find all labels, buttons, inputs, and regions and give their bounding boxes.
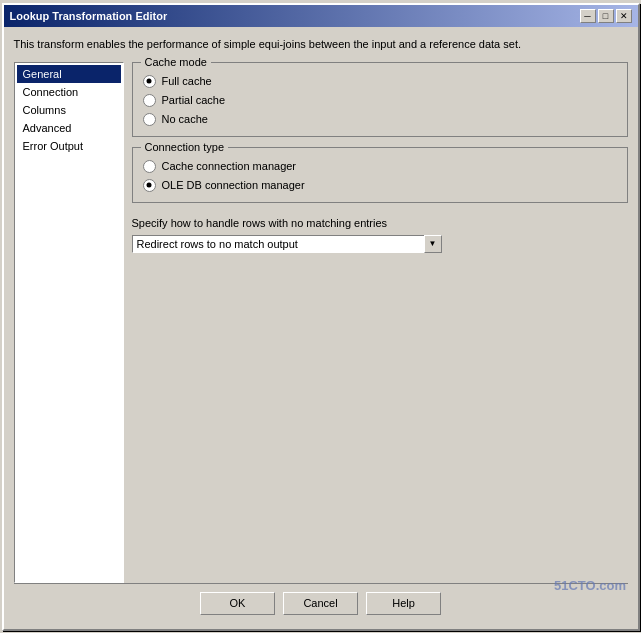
- cache-connection-label: Cache connection manager: [162, 160, 297, 172]
- no-cache-label: No cache: [162, 113, 208, 125]
- partial-cache-radio[interactable]: [143, 94, 156, 107]
- window-content: This transform enables the performance o…: [4, 27, 638, 629]
- ok-button[interactable]: OK: [200, 592, 275, 615]
- sidebar-item-connection[interactable]: Connection: [17, 83, 121, 101]
- title-bar-buttons: ─ □ ✕: [580, 9, 632, 23]
- cancel-button[interactable]: Cancel: [283, 592, 358, 615]
- sidebar-item-error-output[interactable]: Error Output: [17, 137, 121, 155]
- main-area: General Connection Columns Advanced Erro…: [14, 62, 628, 583]
- window-title: Lookup Transformation Editor: [10, 10, 168, 22]
- minimize-button[interactable]: ─: [580, 9, 596, 23]
- full-cache-radio[interactable]: [143, 75, 156, 88]
- title-bar: Lookup Transformation Editor ─ □ ✕: [4, 5, 638, 27]
- sidebar: General Connection Columns Advanced Erro…: [14, 62, 124, 583]
- connection-type-options: Cache connection manager OLE DB connecti…: [143, 160, 617, 192]
- sidebar-item-columns[interactable]: Columns: [17, 101, 121, 119]
- full-cache-option[interactable]: Full cache: [143, 75, 617, 88]
- oledb-connection-option[interactable]: OLE DB connection manager: [143, 179, 617, 192]
- full-cache-label: Full cache: [162, 75, 212, 87]
- description-text: This transform enables the performance o…: [14, 37, 628, 52]
- maximize-button[interactable]: □: [598, 9, 614, 23]
- partial-cache-label: Partial cache: [162, 94, 226, 106]
- sidebar-item-advanced[interactable]: Advanced: [17, 119, 121, 137]
- oledb-connection-radio[interactable]: [143, 179, 156, 192]
- no-match-section: Specify how to handle rows with no match…: [132, 217, 628, 253]
- no-match-select-wrapper: Redirect rows to no match output Fail co…: [132, 235, 442, 253]
- no-match-label: Specify how to handle rows with no match…: [132, 217, 628, 229]
- main-window: Lookup Transformation Editor ─ □ ✕ This …: [2, 3, 640, 631]
- oledb-connection-label: OLE DB connection manager: [162, 179, 305, 191]
- spacer: [132, 263, 628, 583]
- connection-type-group: Connection type Cache connection manager…: [132, 147, 628, 203]
- no-cache-option[interactable]: No cache: [143, 113, 617, 126]
- right-panel: Cache mode Full cache Partial cache N: [132, 62, 628, 583]
- no-match-dropdown[interactable]: Redirect rows to no match output Fail co…: [132, 235, 442, 253]
- sidebar-item-general[interactable]: General: [17, 65, 121, 83]
- connection-type-title: Connection type: [141, 141, 229, 153]
- cache-connection-option[interactable]: Cache connection manager: [143, 160, 617, 173]
- close-button[interactable]: ✕: [616, 9, 632, 23]
- cache-mode-options: Full cache Partial cache No cache: [143, 75, 617, 126]
- cache-mode-title: Cache mode: [141, 56, 211, 68]
- help-button[interactable]: Help: [366, 592, 441, 615]
- footer: OK Cancel Help: [14, 583, 628, 619]
- no-cache-radio[interactable]: [143, 113, 156, 126]
- watermark: 51CTO.com: [554, 578, 626, 593]
- cache-mode-group: Cache mode Full cache Partial cache N: [132, 62, 628, 137]
- cache-connection-radio[interactable]: [143, 160, 156, 173]
- partial-cache-option[interactable]: Partial cache: [143, 94, 617, 107]
